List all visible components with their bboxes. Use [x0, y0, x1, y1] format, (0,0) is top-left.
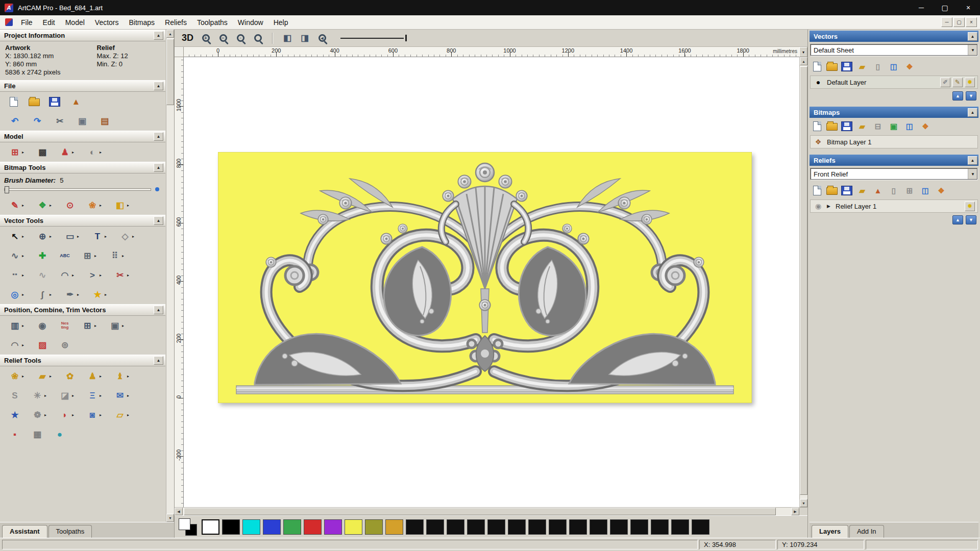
set-model-size-button[interactable]: ⊞▸	[8, 146, 27, 158]
scroll-right-icon[interactable]: ▶	[791, 508, 799, 515]
vectors-selector[interactable]: Default Sheet▼	[810, 44, 978, 56]
current-colour-chip[interactable]	[179, 518, 197, 536]
scrollbar-thumb[interactable]	[166, 39, 174, 105]
palette-swatch[interactable]	[406, 519, 424, 535]
bitmap-image-button[interactable]: ▣	[888, 120, 900, 132]
relief-pyramid-button[interactable]: ▲	[872, 185, 884, 196]
save-bitmap-layer-button[interactable]	[841, 121, 852, 131]
mdi-minimize-button[interactable]: ─	[941, 17, 952, 27]
palette-swatch[interactable]	[590, 519, 607, 535]
collapse-arrow-icon[interactable]: ▲	[154, 82, 163, 90]
delete-vector-layer-button[interactable]: ◫	[888, 61, 900, 72]
fit-curve-button[interactable]: ∫▸	[36, 288, 54, 300]
block-array-button[interactable]: ⠿▸	[108, 249, 127, 262]
create-star-button[interactable]: ★▸	[91, 288, 109, 300]
scroll-up-icon[interactable]: ▲	[800, 57, 807, 65]
assistant-tab-assistant[interactable]: Assistant	[2, 525, 47, 538]
maximize-button[interactable]: ▢	[933, 0, 957, 15]
palette-swatch[interactable]	[549, 519, 567, 535]
layer-visibility-icon[interactable]: ✹	[965, 78, 975, 87]
section-header-file[interactable]: File▲	[0, 80, 165, 92]
edit-layer-icon[interactable]: ✎	[952, 78, 963, 87]
ruler-dropdown-icon[interactable]: ▾	[799, 47, 807, 57]
merge-vector-layers-button[interactable]: ❖	[903, 61, 916, 72]
shape-editor-button[interactable]: ❀▸	[8, 370, 27, 382]
node-editing-button[interactable]: ✚	[36, 249, 49, 262]
select-vectors-button[interactable]: ↖▸	[8, 230, 27, 242]
assistant-scrollbar[interactable]: ▲ ▼	[166, 30, 174, 522]
model-figure-button[interactable]: ♟▸	[58, 146, 77, 158]
palette-swatch[interactable]	[304, 519, 322, 535]
assistant-tab-toolpaths[interactable]: Toolpaths	[48, 525, 92, 538]
expander-icon[interactable]: ▶	[827, 204, 832, 209]
paste-along-curve-button[interactable]: ⊞▸	[81, 249, 99, 262]
canvas-horizontal-scrollbar[interactable]: ◀ ▶	[175, 507, 807, 515]
zoom-box-button[interactable]: ▫	[233, 31, 248, 45]
palette-swatch[interactable]	[467, 519, 485, 535]
close-button[interactable]: ×	[957, 0, 980, 15]
menu-help[interactable]: Help	[268, 16, 293, 29]
paste-button[interactable]: ▤	[98, 115, 111, 127]
fillet-tool-button[interactable]: ◠▸	[8, 339, 27, 351]
save-vector-layer-button[interactable]	[841, 62, 852, 71]
relief-grid-button[interactable]: ⊞	[903, 185, 916, 196]
import-vectors-button[interactable]: ▰	[856, 61, 868, 72]
export-vectors-button[interactable]: ▯	[872, 61, 884, 72]
zoom-in-button[interactable]: +	[199, 31, 213, 45]
palette-button[interactable]: ❀▸	[86, 199, 104, 211]
section-header-position[interactable]: Position, Combine, Trim Vectors▲	[0, 304, 165, 316]
collapse-arrow-icon[interactable]: ▲	[154, 356, 163, 365]
collapse-arrow-icon[interactable]: ▲	[154, 306, 163, 314]
minimize-button[interactable]: ─	[910, 0, 933, 15]
open-model-button[interactable]	[29, 97, 40, 106]
import-bitmap-button[interactable]: ▰	[856, 120, 868, 132]
palette-swatch[interactable]	[630, 519, 648, 535]
mdi-close-button[interactable]: ×	[966, 17, 977, 27]
zoom-sheet-button[interactable]: ◨	[298, 31, 312, 45]
envelope-button[interactable]: ✉▸	[113, 389, 132, 402]
bezier-editing-button[interactable]: ◠▸	[58, 269, 77, 281]
save-relief-layer-button[interactable]	[841, 186, 852, 195]
palette-swatch[interactable]	[385, 519, 403, 535]
section-header-bitmaps[interactable]: Bitmaps▲	[810, 107, 978, 118]
menu-edit[interactable]: Edit	[38, 16, 60, 29]
palette-swatch[interactable]	[345, 519, 362, 535]
palette-swatch[interactable]	[365, 519, 383, 535]
menu-reliefs[interactable]: Reliefs	[160, 16, 192, 29]
two-rail-sweep-button[interactable]: Ξ▸	[86, 389, 104, 402]
collapse-arrow-icon[interactable]: ▲	[154, 132, 163, 141]
vector-text-button[interactable]: ABC	[58, 249, 71, 262]
brush-diameter-slider[interactable]	[4, 188, 151, 191]
flood-fill-button[interactable]: ◧▸	[113, 199, 132, 211]
open-relief-layer-button[interactable]	[826, 186, 838, 195]
section-header-relief[interactable]: Relief Tools▲	[0, 355, 165, 366]
new-relief-layer-button[interactable]	[812, 186, 823, 195]
scroll-up-icon[interactable]: ▲	[166, 30, 174, 38]
section-header-vectors[interactable]: Vectors▲	[810, 31, 978, 42]
palette-swatch[interactable]	[528, 519, 546, 535]
palette-swatch[interactable]	[692, 519, 709, 535]
block-copy-button[interactable]: ⊞▸	[81, 319, 99, 332]
delete-bitmap-layer-button[interactable]: ◫	[903, 120, 916, 132]
transform-vectors-button[interactable]: ⊕▸	[36, 230, 54, 242]
extrude-button[interactable]: ◪▸	[58, 389, 77, 402]
close-vector-button[interactable]: ✒▸	[63, 288, 82, 300]
menu-bitmaps[interactable]: Bitmaps	[124, 16, 160, 29]
rotate-copy-button[interactable]: ▣▸	[108, 319, 127, 332]
palette-swatch[interactable]	[447, 519, 464, 535]
palette-swatch[interactable]	[508, 519, 526, 535]
paint-button[interactable]: ✎▸	[8, 199, 27, 211]
model-lighting-button[interactable]: ◐▸	[86, 146, 104, 158]
collapse-arrow-icon[interactable]: ▲	[968, 32, 977, 41]
relief-layer-row[interactable]: ◉▶Relief Layer 1✹	[810, 199, 978, 213]
section-header-bitmap[interactable]: Bitmap Tools▲	[0, 162, 165, 173]
section-header-project-information[interactable]: Project Information ▲	[0, 30, 165, 41]
palette-swatch[interactable]	[426, 519, 444, 535]
create-dots-button[interactable]: ⠒▸	[8, 269, 27, 281]
scroll-left-icon[interactable]: ◀	[175, 508, 183, 515]
mdi-restore-button[interactable]: ▢	[953, 17, 965, 27]
dropdown-arrow-icon[interactable]: ▼	[968, 44, 977, 56]
paint-selective-button[interactable]: ❖▸	[36, 199, 54, 211]
colour-picker-button[interactable]: ⊙	[63, 199, 77, 211]
create-polyline-button[interactable]: ∿▸	[8, 249, 27, 262]
